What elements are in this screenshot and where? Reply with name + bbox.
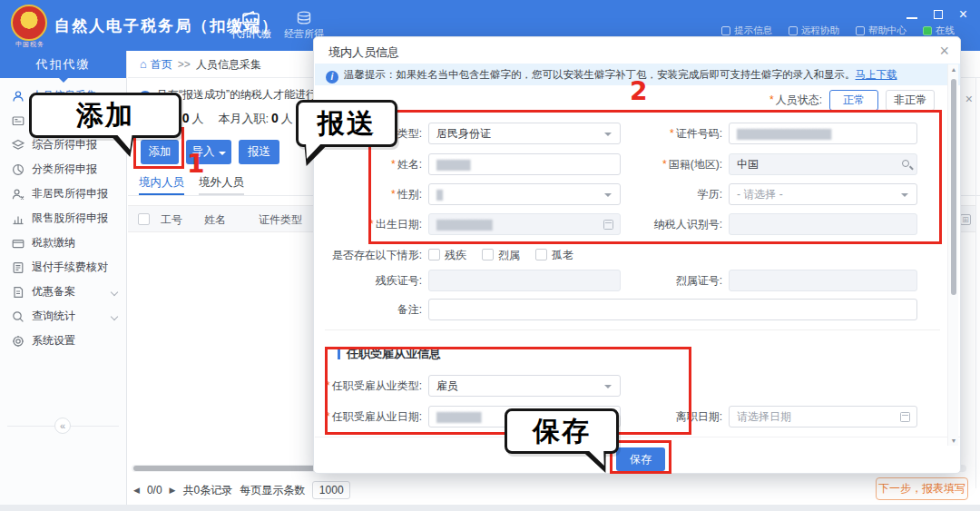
user-icon bbox=[12, 188, 24, 201]
person-status-group: *人员状态: 正常 非正常 bbox=[769, 90, 935, 111]
checkbox-icon[interactable] bbox=[535, 249, 547, 260]
situation-checkbox-group: 残疾烈属孤老 bbox=[428, 248, 573, 262]
gear-icon bbox=[12, 335, 24, 348]
page-indicator: 0/0 bbox=[147, 484, 162, 496]
page-size-label: 每页显示条数 bbox=[240, 483, 305, 498]
quick-menu-item[interactable]: 帮助中心 bbox=[856, 25, 906, 37]
situation-checkbox[interactable]: 烈属 bbox=[482, 248, 520, 263]
person-status-label: 人员状态: bbox=[776, 93, 822, 106]
close-icon[interactable]: × bbox=[959, 8, 967, 21]
sidebar-title: 代扣代缴 bbox=[0, 51, 126, 78]
chart-icon bbox=[12, 212, 24, 225]
breadcrumb-current: 人员信息采集 bbox=[196, 58, 261, 71]
table-header-cell: 工号 bbox=[161, 206, 182, 233]
table-header-cell: 证件类型 bbox=[259, 206, 302, 233]
wallet-icon bbox=[242, 11, 260, 25]
search-icon bbox=[12, 310, 24, 323]
checkbox-icon[interactable] bbox=[482, 249, 494, 260]
quick-menu-item[interactable]: 在线 bbox=[923, 25, 955, 37]
column-settings-icon[interactable]: ⊞ bbox=[960, 214, 971, 225]
coins-icon bbox=[296, 11, 312, 25]
sidebar-item[interactable]: 税款缴纳 bbox=[0, 231, 126, 255]
tab-overseas[interactable]: 境外人员 bbox=[199, 172, 244, 195]
header-menu-withholding[interactable]: 代扣代缴 bbox=[225, 11, 278, 41]
wallet2-icon bbox=[12, 237, 24, 250]
quick-menu-item[interactable]: 远程协助 bbox=[789, 25, 839, 37]
download-patch-link[interactable]: 马上下载 bbox=[856, 69, 897, 80]
sidebar-item[interactable]: 分类所得申报 bbox=[0, 157, 126, 182]
prev-page-icon[interactable]: ◀ bbox=[133, 486, 140, 495]
remark-label: 备注: bbox=[327, 299, 422, 320]
online-status-icon bbox=[923, 26, 932, 35]
quick-menu-icon bbox=[721, 26, 730, 35]
person-icon bbox=[12, 90, 24, 103]
martyr-no-input[interactable] bbox=[729, 270, 917, 291]
next-page-icon[interactable]: ▶ bbox=[170, 486, 176, 495]
submit-button[interactable]: 报送 bbox=[239, 140, 279, 164]
sidebar-item[interactable]: 非居民所得申报 bbox=[0, 182, 126, 206]
chevron-down-icon bbox=[111, 313, 118, 320]
card-icon bbox=[12, 114, 24, 127]
footer-strip bbox=[0, 505, 980, 511]
annotation-step-2: 2 bbox=[630, 76, 647, 106]
modal-footer-divider bbox=[315, 437, 960, 437]
tax-emblem-logo: ★ bbox=[11, 5, 47, 41]
chevron-down-icon bbox=[111, 289, 118, 296]
sidebar-item[interactable]: 优惠备案 bbox=[0, 280, 126, 304]
modal-title: 境内人员信息 bbox=[328, 44, 399, 61]
situation-checkbox[interactable]: 残疾 bbox=[428, 248, 466, 263]
minimize-icon[interactable] bbox=[906, 17, 917, 19]
martyr-no-label: 烈属证号: bbox=[622, 270, 722, 291]
pie-icon bbox=[12, 163, 24, 176]
info-icon: i bbox=[326, 71, 338, 84]
callout-add: 添加 bbox=[29, 93, 181, 138]
list-icon bbox=[12, 261, 24, 274]
quick-menu-icon bbox=[856, 26, 865, 35]
sidebar-collapse-button[interactable]: « bbox=[54, 418, 71, 434]
leave-date-input[interactable]: 请选择日期 bbox=[729, 406, 917, 427]
sidebar-item[interactable]: 退付手续费核对 bbox=[0, 255, 126, 280]
stat-item: 本月入职:0人 bbox=[218, 112, 292, 125]
scroll-down-icon[interactable]: ▼ bbox=[948, 437, 959, 444]
maximize-icon[interactable] bbox=[934, 10, 943, 19]
annotation-box-save bbox=[610, 440, 671, 474]
chevron-down-icon bbox=[219, 152, 226, 159]
notice-close-icon[interactable]: × bbox=[965, 93, 973, 103]
modal-close-icon[interactable]: × bbox=[939, 42, 949, 61]
situation-label: 是否存在以下情形: bbox=[321, 244, 422, 266]
scrollbar-thumb[interactable] bbox=[951, 79, 956, 295]
sidebar-item[interactable]: 查询统计 bbox=[0, 304, 126, 329]
breadcrumb-home[interactable]: 首页 bbox=[151, 58, 172, 71]
annotation-box-form bbox=[368, 110, 942, 244]
section-divider bbox=[325, 329, 940, 330]
sidebar-item[interactable]: 限售股所得申报 bbox=[0, 206, 126, 231]
table-right-border bbox=[975, 78, 976, 488]
status-normal-button[interactable]: 正常 bbox=[829, 90, 878, 111]
home-icon: ⌂ bbox=[140, 57, 147, 71]
remark-input[interactable] bbox=[428, 299, 917, 320]
doc-icon bbox=[12, 286, 24, 299]
annotation-step-1: 1 bbox=[187, 149, 204, 179]
table-header-cell: 姓名 bbox=[204, 206, 226, 233]
app-window: ★ 中国税务 自然人电子税务局（扣缴端） 代扣代缴 经营所得 提示信息远程协助帮… bbox=[0, 0, 980, 511]
disability-no-label: 残疾证号: bbox=[327, 270, 422, 291]
record-count: 共0条记录 bbox=[183, 483, 233, 498]
status-abnormal-button[interactable]: 非正常 bbox=[886, 90, 935, 111]
select-all-checkbox[interactable] bbox=[138, 213, 150, 225]
scroll-up-icon[interactable]: ▲ bbox=[948, 66, 959, 73]
quick-menu-item[interactable]: 提示信息 bbox=[721, 25, 772, 37]
window-controls: × bbox=[906, 7, 967, 22]
checkbox-icon[interactable] bbox=[428, 249, 440, 260]
next-step-button[interactable]: 下一步，报表填写 bbox=[876, 477, 968, 500]
quick-menu: 提示信息远程协助帮助中心在线 bbox=[721, 25, 955, 37]
disability-no-input[interactable] bbox=[428, 270, 621, 291]
calendar-icon bbox=[900, 412, 910, 422]
sidebar-item[interactable]: 系统设置 bbox=[0, 329, 126, 353]
modal-scrollbar[interactable]: ▲ ▼ bbox=[947, 64, 958, 446]
page-size-input[interactable]: 1000 bbox=[312, 481, 350, 499]
quick-menu-icon bbox=[789, 26, 798, 35]
situation-checkbox[interactable]: 孤老 bbox=[535, 248, 573, 263]
modal-tip-text: 温馨提示：如果姓名当中包含生僻字的，您可以安装生僻字补丁包，安装完成后即可支持生… bbox=[344, 69, 856, 80]
tab-domestic[interactable]: 境内人员 bbox=[139, 172, 184, 195]
emblem-caption: 中国税务 bbox=[7, 40, 53, 49]
